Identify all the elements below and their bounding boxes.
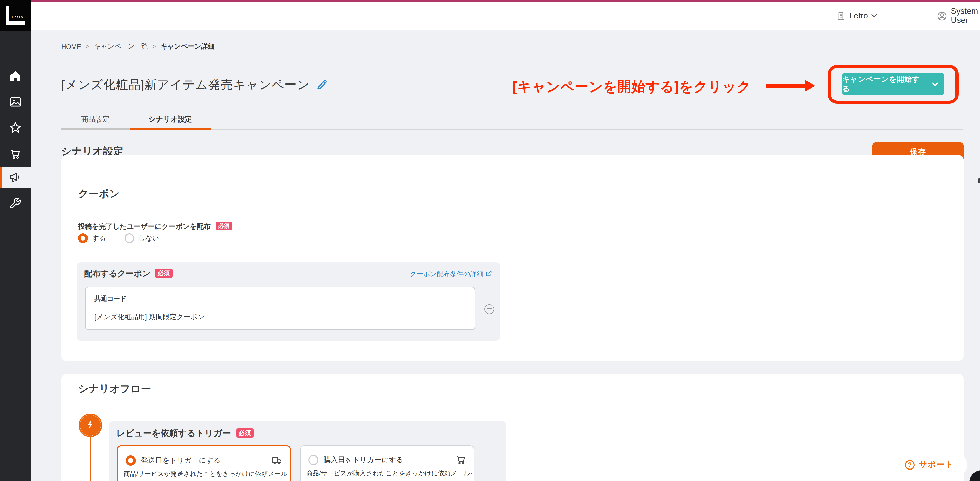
chat-widget-button[interactable] [969, 470, 980, 481]
tab-product-settings[interactable]: 商品設定 [61, 108, 130, 130]
selected-coupon-box[interactable]: 共通コード [メンズ化粧品用] 期間限定クーポン [85, 287, 475, 330]
breadcrumb-campaign-list[interactable]: キャンペーン一覧 [94, 42, 148, 51]
user-avatar-icon [937, 11, 947, 21]
panel-title-text: 配布するクーポン [84, 269, 151, 278]
top-accent-strip [0, 0, 980, 2]
option-label: 購入日をトリガーにする [324, 455, 404, 464]
breadcrumb-separator: > [86, 43, 89, 50]
detail-tabs: 商品設定 シナリオ設定 [61, 108, 211, 130]
coupon-card-title: クーポン [78, 187, 120, 201]
coupon-type: 共通コード [94, 295, 127, 303]
start-campaign-split-button[interactable]: キャンペーンを開始する [842, 73, 944, 95]
annotation-click-instruction: [キャンペーンを開始する]をクリック [512, 78, 751, 96]
start-campaign-dropdown-toggle[interactable] [925, 73, 944, 95]
link-text: クーポン配布条件の詳細 [410, 269, 484, 279]
chevron-down-icon [932, 80, 938, 89]
coupon-distribute-radio-group: する しない [78, 233, 159, 243]
sidebar-nav [0, 30, 30, 481]
chevron-down-icon [872, 14, 877, 18]
annotation-arrow [765, 84, 807, 88]
viewport: Letro Letro [0, 0, 980, 481]
logo-l-mark-base [6, 21, 25, 25]
question-mark-icon: ? [905, 460, 915, 470]
sidebar-item-campaigns[interactable] [0, 167, 30, 188]
trigger-option-ship-date[interactable]: 発送日をトリガーにする 商品/サービスが発送されたことをきっかけに依頼メールを送 [117, 445, 291, 481]
annotation-arrow-head [805, 80, 815, 91]
user-menu[interactable]: System User [937, 2, 980, 30]
radio-yes-selected[interactable] [78, 233, 88, 243]
option-row: 購入日をトリガーにする [308, 454, 467, 466]
letro-logo[interactable]: Letro [0, 0, 30, 31]
breadcrumb-home[interactable]: HOME [61, 43, 81, 50]
start-campaign-button[interactable]: キャンペーンを開始する [842, 73, 925, 95]
coupon-conditions-link[interactable]: クーポン配布条件の詳細 [410, 269, 492, 279]
org-name: Letro [850, 11, 868, 21]
sidebar-item-orders[interactable] [0, 143, 30, 166]
cart-icon [9, 147, 22, 162]
tab-scenario-settings[interactable]: シナリオ設定 [130, 108, 211, 130]
top-header: Letro System User [30, 2, 980, 30]
coupon-distribute-label: 投稿を完了したユーザーにクーポンを配布必須 [78, 221, 232, 231]
flow-connector-line [90, 437, 91, 481]
coupon-distribution-panel: 配布するクーポン必須 クーポン配布条件の詳細 共通コード [メンズ化粧品用] 期… [76, 263, 500, 341]
megaphone-icon [9, 170, 22, 186]
sidebar-item-tools[interactable] [0, 193, 30, 215]
tab-label: 商品設定 [81, 115, 110, 124]
trigger-option-purchase-date[interactable]: 購入日をトリガーにする 商品/サービスが購入されたことをきっかけに依頼メールを送 [300, 445, 474, 481]
trigger-panel-title: レビューを依頼するトリガー必須 [116, 427, 253, 439]
breadcrumb: HOME > キャンペーン一覧 > キャンペーン詳細 [61, 42, 215, 51]
star-icon [9, 121, 22, 136]
panel-header: 配布するクーポン必須 クーポン配布条件の詳細 [84, 269, 492, 279]
page-title: [メンズ化粧品]新アイテム発売キャンペーン [61, 76, 310, 93]
truck-icon [272, 454, 283, 466]
sidebar-item-favorites[interactable] [0, 118, 30, 140]
option-description: 商品/サービスが発送されたことをきっかけに依頼メールを送 [124, 470, 288, 478]
remove-coupon-button[interactable] [484, 304, 494, 314]
breadcrumb-separator: > [152, 43, 156, 50]
tab-underline-active [130, 128, 211, 130]
radio-no[interactable] [124, 233, 134, 243]
letro-app-page: Letro Letro [0, 0, 980, 481]
image-icon [9, 95, 22, 110]
user-name: System User [951, 6, 978, 25]
flow-card-title: シナリオフロー [78, 382, 151, 396]
radio-yes-label[interactable]: する [92, 234, 106, 243]
home-icon [9, 69, 22, 85]
support-button[interactable]: ? サポート [892, 452, 967, 477]
sidebar-item-home[interactable] [0, 66, 30, 88]
lightning-bolt-icon [85, 419, 95, 432]
scrollbar-thumb[interactable] [978, 178, 980, 183]
option-label: 発送日をトリガーにする [141, 456, 221, 465]
required-badge: 必須 [155, 269, 172, 278]
label-text: 投稿を完了したユーザーにクーポンを配布 [78, 223, 210, 230]
option-description: 商品/サービスが購入されたことをきっかけに依頼メールを送 [306, 469, 472, 478]
page-title-row: [メンズ化粧品]新アイテム発売キャンペーン [61, 76, 328, 93]
required-badge: 必須 [236, 428, 253, 438]
trigger-title-text: レビューを依頼するトリガー [116, 428, 231, 438]
radio-no-label[interactable]: しない [138, 234, 159, 243]
option-row: 発送日をトリガーにする [126, 454, 283, 466]
tab-row-divider [211, 129, 963, 130]
trigger-step-icon [79, 414, 102, 437]
breadcrumb-divider [61, 61, 963, 61]
coupon-name: [メンズ化粧品用] 期間限定クーポン [94, 312, 204, 322]
wrench-icon [9, 197, 21, 212]
required-badge: 必須 [216, 221, 232, 230]
radio-selected[interactable] [126, 455, 136, 465]
edit-title-pencil-icon[interactable] [316, 79, 328, 91]
sidebar-item-images[interactable] [0, 91, 30, 114]
cart-icon [455, 454, 467, 466]
external-link-icon [485, 270, 492, 278]
org-selector[interactable]: Letro [836, 2, 877, 30]
radio-unselected[interactable] [308, 455, 318, 465]
panel-title: 配布するクーポン必須 [84, 269, 172, 279]
logo-wordmark: Letro [12, 15, 24, 19]
building-icon [836, 11, 846, 21]
tab-label: シナリオ設定 [148, 115, 192, 124]
tab-underline [61, 128, 130, 130]
breadcrumb-campaign-detail: キャンペーン詳細 [161, 42, 215, 51]
support-label: サポート [919, 459, 954, 470]
